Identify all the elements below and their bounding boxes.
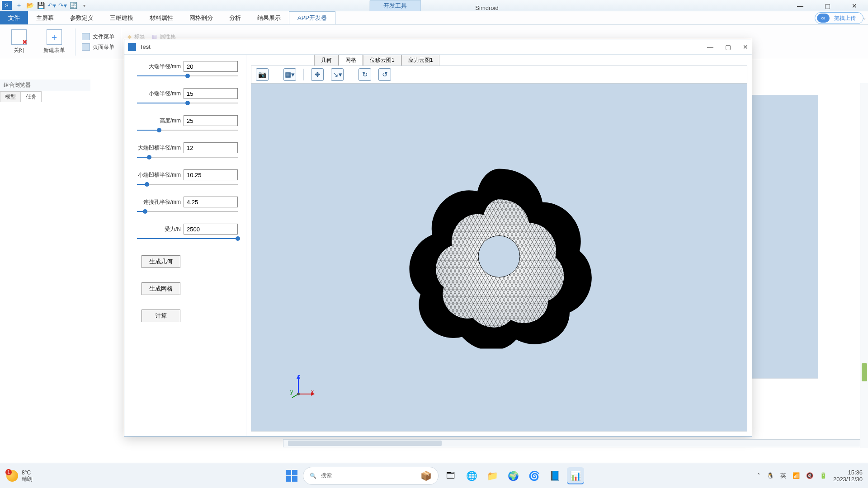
window-minimize-button[interactable]: — — [787, 0, 814, 11]
taskbar-app-book[interactable]: 📘 — [546, 467, 563, 484]
qat-save-icon[interactable]: 💾 — [36, 1, 46, 10]
start-button[interactable] — [284, 468, 299, 483]
search-placeholder: 搜索 — [321, 472, 332, 479]
tab-analysis[interactable]: 分析 — [221, 11, 249, 24]
axis-y-label: y — [290, 389, 293, 395]
tray-time: 15:36 — [848, 469, 863, 476]
qat-undo-icon[interactable]: ↶▾ — [47, 1, 57, 10]
dock-tab-model[interactable]: 模型 — [0, 91, 21, 102]
view-cube-icon[interactable]: ▦▾ — [283, 68, 296, 81]
tab-app-dev[interactable]: APP开发器 — [289, 11, 335, 24]
param-slider[interactable] — [137, 236, 238, 241]
ribbon-newform-button[interactable]: ＋ 新建表单 — [40, 27, 69, 57]
tray-chevron-icon[interactable]: ˄ — [757, 472, 760, 479]
taskbar-app-edge[interactable]: 🌐 — [463, 467, 480, 484]
param-label: 大端半径/mm — [149, 63, 181, 70]
param-input[interactable] — [184, 169, 238, 180]
ribbon-close-button[interactable]: ✖ 关闭 — [5, 27, 33, 57]
ribbon-close-label: 关闭 — [14, 47, 24, 54]
pagemenu-label: 页面菜单 — [93, 43, 114, 51]
taskbar-app-taskview[interactable]: 🗔 — [442, 467, 459, 484]
param-slider[interactable] — [137, 182, 238, 187]
tab-results[interactable]: 结果展示 — [249, 11, 289, 24]
system-tray[interactable]: ˄ 🐧 英 📶 🔇 🔋 15:36 2023/12/30 — [757, 469, 863, 483]
param-2: 高度/mm — [137, 115, 238, 132]
axis-select-icon[interactable]: ↘▾ — [331, 68, 344, 81]
tray-battery-icon[interactable]: 🔋 — [820, 472, 827, 479]
dock-tab-task[interactable]: 任务 — [21, 91, 42, 102]
param-5: 连接孔半径/mm — [137, 197, 238, 214]
taskbar-weather[interactable]: 1 8°C 晴朗 — [0, 469, 39, 482]
param-slider[interactable] — [137, 209, 238, 214]
action-compute[interactable]: 计算 — [142, 310, 180, 322]
param-slider[interactable] — [137, 155, 238, 160]
view-tab-stress[interactable]: 应力云图1 — [401, 55, 440, 66]
qat-open-icon[interactable]: 📂 — [25, 1, 35, 10]
ribbon-menus-group: 文件菜单 页面菜单 — [82, 33, 114, 51]
ribbon-tabs: 文件 主屏幕 参数定义 三维建模 材料属性 网格剖分 分析 结果展示 APP开发… — [0, 11, 868, 25]
qat-redo-icon[interactable]: ↷▾ — [57, 1, 67, 10]
window-close-button[interactable]: ✕ — [841, 0, 868, 11]
param-input[interactable] — [184, 88, 238, 99]
ribbon-separator — [121, 28, 121, 56]
main-horizontal-scrollbar[interactable] — [283, 439, 861, 447]
taskbar-search[interactable]: 🔍 搜索 📦 — [303, 467, 439, 485]
view-tab-disp[interactable]: 位移云图1 — [363, 55, 401, 66]
view-tab-mesh[interactable]: 网格 — [339, 55, 363, 66]
main-vertical-scrollbar[interactable] — [860, 83, 868, 448]
tab-home[interactable]: 主屏幕 — [28, 11, 62, 24]
tray-qq-icon[interactable]: 🐧 — [767, 472, 774, 479]
taskbar-app-simdroid[interactable]: 📊 — [567, 467, 584, 484]
param-input[interactable] — [184, 61, 238, 72]
taskbar-app-swirl[interactable]: 🌀 — [525, 467, 542, 484]
ribbon-pagemenu-button[interactable]: 页面菜单 — [82, 43, 114, 51]
child-min-button[interactable]: — — [707, 43, 713, 51]
child-close-button[interactable]: ✕ — [743, 43, 748, 51]
scrollbar-thumb[interactable] — [862, 363, 867, 381]
child-window-titlebar[interactable]: Test — ▢ ✕ — [124, 39, 752, 55]
param-input[interactable] — [184, 115, 238, 126]
qat-more-icon[interactable]: ▾ — [79, 1, 89, 10]
param-input[interactable] — [184, 142, 238, 153]
window-maximize-button[interactable]: ▢ — [814, 0, 841, 11]
action-gen_mesh[interactable]: 生成网格 — [142, 282, 180, 295]
app-logo-icon: S — [2, 1, 12, 10]
rotate-cw-icon[interactable]: ↻ — [359, 68, 371, 81]
child-window-test: Test — ▢ ✕ 大端半径/mm小端半径/mm高度/mm大端凹槽半径/mm小… — [124, 39, 752, 436]
param-slider[interactable] — [137, 74, 238, 78]
tray-wifi-icon[interactable]: 📶 — [793, 472, 800, 479]
qat-refresh-icon[interactable]: 🔄 — [68, 1, 78, 10]
tab-file[interactable]: 文件 — [0, 11, 28, 24]
snapshot-icon[interactable]: 📷 — [256, 68, 269, 81]
child-max-button[interactable]: ▢ — [725, 43, 731, 51]
param-input[interactable] — [184, 197, 238, 207]
drag-upload-button[interactable]: ∞ 拖拽上传 — [815, 12, 863, 24]
tray-ime[interactable]: 英 — [780, 472, 786, 480]
tab-params[interactable]: 参数定义 — [62, 11, 102, 24]
filemenu-label: 文件菜单 — [93, 33, 114, 41]
app-title: Simdroid — [475, 5, 498, 11]
param-input[interactable] — [184, 224, 238, 235]
param-label: 大端凹槽半径/mm — [138, 144, 181, 152]
tab-mesh[interactable]: 网格剖分 — [181, 11, 221, 24]
context-tab-devtools[interactable]: 开发工具 — [369, 0, 421, 11]
taskbar-app-explorer[interactable]: 📁 — [484, 467, 501, 484]
param-label: 小端凹槽半径/mm — [138, 171, 181, 179]
tab-3d[interactable]: 三维建模 — [102, 11, 142, 24]
tray-volume-icon[interactable]: 🔇 — [806, 472, 813, 479]
qat-new-icon[interactable]: ＋ — [14, 1, 24, 10]
tab-material[interactable]: 材料属性 — [142, 11, 181, 24]
taskbar-app-globe[interactable]: 🌍 — [505, 467, 522, 484]
rotate-ccw-icon[interactable]: ↺ — [378, 68, 391, 81]
param-slider[interactable] — [137, 101, 238, 105]
param-slider[interactable] — [137, 128, 238, 132]
ribbon-filemenu-button[interactable]: 文件菜单 — [82, 33, 114, 41]
3d-viewport[interactable]: z x y — [251, 84, 747, 432]
scrollbar-thumb[interactable] — [288, 441, 442, 446]
view-tab-geom[interactable]: 几何 — [314, 55, 339, 66]
ribbon-expand-icon[interactable]: ⌄ — [863, 15, 866, 20]
tray-clock[interactable]: 15:36 2023/12/30 — [833, 469, 863, 483]
action-gen_geom[interactable]: 生成几何 — [142, 255, 180, 268]
toolbar-separator — [303, 69, 304, 80]
fit-view-icon[interactable]: ✥ — [311, 68, 324, 81]
